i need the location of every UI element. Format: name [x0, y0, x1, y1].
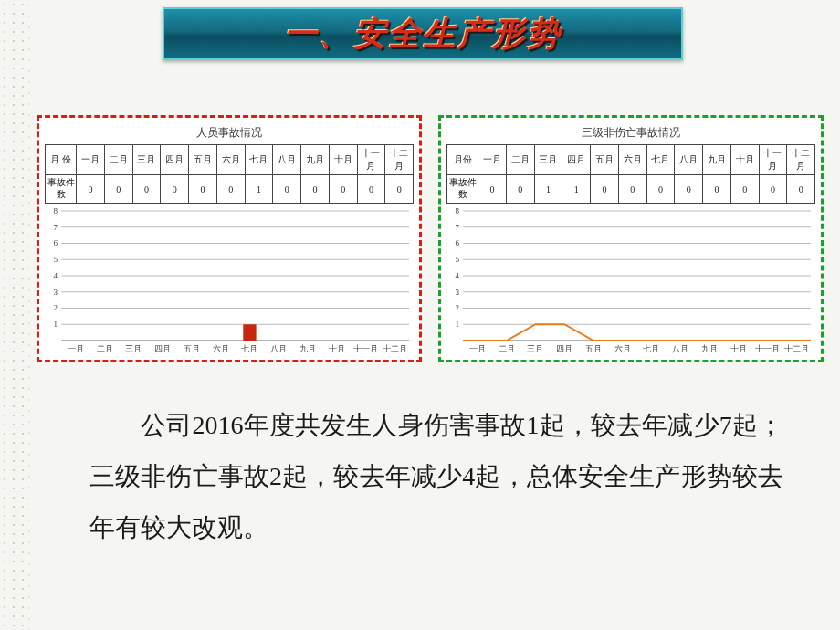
table-cell: 1	[562, 175, 591, 204]
table-cell: 0	[646, 175, 675, 204]
svg-text:五月: 五月	[184, 344, 200, 353]
body-paragraph: 公司2016年度共发生人身伤害事故1起，较去年减少7起；三级非伤亡事故2起，较去…	[89, 400, 783, 553]
svg-text:1: 1	[54, 320, 58, 329]
decor-dots-left	[0, 0, 24, 630]
svg-text:八月: 八月	[672, 344, 688, 353]
svg-text:二月: 二月	[499, 344, 515, 353]
table-header: 十一月	[357, 145, 385, 175]
svg-text:八月: 八月	[270, 344, 287, 353]
svg-text:1: 1	[456, 320, 460, 329]
table-cell: 0	[478, 175, 507, 204]
table-cell: 0	[759, 175, 787, 204]
svg-text:3: 3	[54, 288, 58, 297]
svg-text:一月: 一月	[68, 344, 84, 353]
table-header: 三月	[132, 145, 161, 175]
line-chart-svg: 12345678一月二月三月四月五月六月七月八月九月十月十一月十二月	[446, 205, 815, 356]
table-cell: 0	[329, 175, 357, 204]
table-cell: 0	[618, 175, 646, 204]
table-cell: 0	[273, 175, 301, 204]
svg-text:7: 7	[54, 223, 58, 232]
chart-personnel: 人员事故情况 月 份 一月 二月 三月 四月 五月 六月 七月 八月 九月 十月…	[37, 115, 422, 362]
svg-rect-29	[243, 324, 256, 341]
chart-personnel-plot: 12345678一月二月三月四月五月六月七月八月九月十月十一月十二月	[45, 205, 414, 356]
table-header: 八月	[675, 145, 703, 175]
table-cell: 0	[675, 175, 703, 204]
table-header: 十二月	[385, 145, 414, 175]
table-header: 十二月	[787, 145, 815, 175]
table-cell: 0	[77, 175, 105, 204]
svg-text:6: 6	[456, 239, 460, 248]
table-header: 十月	[329, 145, 357, 175]
chart-level3-plot: 12345678一月二月三月四月五月六月七月八月九月十月十一月十二月	[446, 205, 815, 356]
svg-text:8: 8	[54, 206, 58, 215]
svg-text:5: 5	[456, 255, 460, 264]
svg-text:5: 5	[54, 255, 58, 264]
table-header-month: 月 份	[46, 145, 77, 175]
page-title: 一、安全生产形势	[284, 12, 562, 57]
table-cell: 0	[104, 175, 132, 204]
svg-text:6: 6	[54, 239, 58, 248]
table-header: 九月	[301, 145, 330, 175]
svg-text:7: 7	[456, 223, 460, 232]
svg-text:九月: 九月	[701, 344, 718, 353]
svg-text:七月: 七月	[241, 344, 257, 353]
svg-text:六月: 六月	[614, 344, 631, 353]
table-header: 一月	[478, 145, 507, 175]
table-header: 六月	[216, 145, 245, 175]
table-header: 十月	[730, 145, 759, 175]
chart-personnel-table: 月 份 一月 二月 三月 四月 五月 六月 七月 八月 九月 十月 十一月 十二…	[45, 144, 414, 204]
table-cell: 1	[534, 175, 562, 204]
table-cell: 0	[161, 175, 189, 204]
table-header-count: 事故件数	[46, 175, 77, 204]
svg-text:三月: 三月	[527, 344, 543, 353]
svg-text:4: 4	[456, 271, 460, 280]
svg-text:四月: 四月	[154, 344, 171, 353]
table-header-month: 月份	[447, 145, 478, 175]
svg-text:8: 8	[456, 206, 460, 215]
svg-text:六月: 六月	[213, 344, 229, 353]
svg-text:五月: 五月	[585, 344, 602, 353]
svg-text:十月: 十月	[329, 344, 345, 353]
chart-level3-title: 三级非伤亡事故情况	[446, 123, 815, 144]
table-header: 七月	[646, 145, 675, 175]
svg-text:十月: 十月	[730, 344, 747, 353]
table-header-count: 事故件数	[447, 175, 478, 204]
svg-text:七月: 七月	[643, 344, 659, 353]
charts-row: 人员事故情况 月 份 一月 二月 三月 四月 五月 六月 七月 八月 九月 十月…	[37, 115, 824, 362]
table-cell: 0	[301, 175, 330, 204]
decor-dots-left-fade	[24, 0, 35, 630]
svg-text:十二月: 十二月	[383, 344, 407, 353]
table-cell: 0	[385, 175, 414, 204]
svg-text:十一月: 十一月	[353, 344, 378, 353]
table-cell: 0	[787, 175, 815, 204]
body-para-text: 公司2016年度共发生人身伤害事故1起，较去年减少7起；三级非伤亡事故2起，较去…	[89, 411, 783, 541]
table-header: 二月	[506, 145, 534, 175]
table-header: 七月	[245, 145, 273, 175]
table-header: 十一月	[759, 145, 787, 175]
svg-text:十二月: 十二月	[784, 344, 809, 353]
bar-chart-svg: 12345678一月二月三月四月五月六月七月八月九月十月十一月十二月	[45, 205, 414, 356]
table-cell: 0	[132, 175, 161, 204]
svg-text:十一月: 十一月	[755, 344, 780, 353]
table-header: 四月	[562, 145, 591, 175]
table-header: 九月	[703, 145, 731, 175]
table-header: 一月	[77, 145, 105, 175]
table-header: 三月	[534, 145, 562, 175]
table-cell: 0	[216, 175, 245, 204]
svg-text:2: 2	[54, 304, 58, 313]
title-banner: 一、安全生产形势	[163, 7, 683, 60]
svg-text:四月: 四月	[556, 344, 572, 353]
svg-text:4: 4	[54, 271, 58, 280]
table-row: 月份 一月 二月 三月 四月 五月 六月 七月 八月 九月 十月 十一月 十二月	[447, 145, 815, 175]
table-header: 四月	[161, 145, 189, 175]
table-cell: 0	[730, 175, 759, 204]
table-cell: 0	[357, 175, 385, 204]
table-header: 二月	[104, 145, 132, 175]
table-cell: 1	[245, 175, 273, 204]
chart-level3: 三级非伤亡事故情况 月份 一月 二月 三月 四月 五月 六月 七月 八月 九月 …	[438, 115, 824, 362]
table-cell: 0	[506, 175, 534, 204]
table-row: 事故件数 0 0 0 0 0 0 1 0 0 0 0 0	[46, 175, 414, 204]
svg-text:九月: 九月	[299, 344, 316, 353]
table-header: 六月	[618, 145, 646, 175]
table-cell: 0	[189, 175, 217, 204]
